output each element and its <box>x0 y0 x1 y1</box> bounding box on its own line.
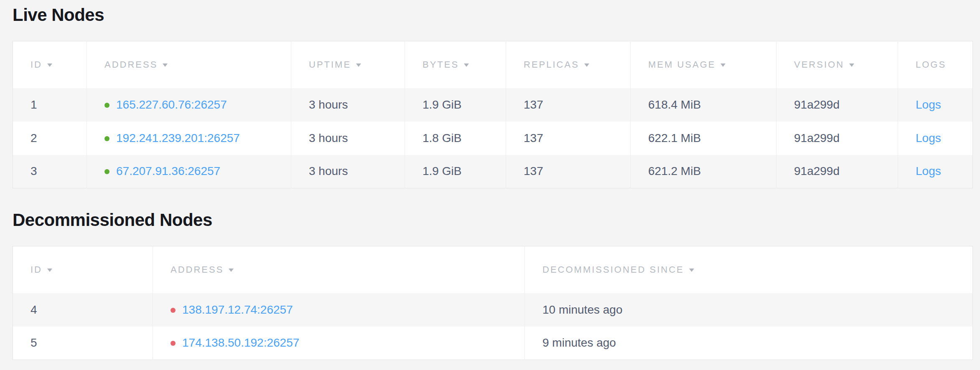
column-header-uptime[interactable]: UPTIME <box>291 41 405 88</box>
node-address-link[interactable]: 165.227.60.76:26257 <box>116 98 227 111</box>
node-list-page: Live Nodes ID ADDRESS UPTIME BYTES REPLI… <box>0 4 980 368</box>
node-logs-cell: Logs <box>898 88 973 122</box>
column-header-id[interactable]: ID <box>13 41 87 88</box>
node-mem-usage-cell: 621.2 MiB <box>631 155 776 188</box>
decommissioned-nodes-heading: Decommissioned Nodes <box>13 209 973 231</box>
node-id-cell: 3 <box>13 155 87 188</box>
sort-caret-icon <box>356 63 361 67</box>
column-header-label: MEM USAGE <box>648 59 715 70</box>
table-row: 5 174.138.50.192:26257 9 minutes ago <box>13 327 973 360</box>
node-logs-link[interactable]: Logs <box>916 98 941 111</box>
column-header-label: VERSION <box>794 59 844 70</box>
node-replicas-cell: 137 <box>506 88 631 122</box>
node-version-cell: 91a299d <box>776 122 898 155</box>
column-header-label: ADDRESS <box>171 264 224 275</box>
column-header-label: LOGS <box>916 59 946 70</box>
sort-caret-icon <box>849 63 854 67</box>
node-decommissioned-since-cell: 9 minutes ago <box>525 327 973 360</box>
table-row: 1 165.227.60.76:26257 3 hours 1.9 GiB 13… <box>13 88 973 122</box>
column-header-mem-usage[interactable]: MEM USAGE <box>631 41 776 88</box>
sort-caret-icon <box>229 269 234 272</box>
decommissioned-status-dot <box>171 308 176 313</box>
sort-caret-icon <box>464 63 469 67</box>
node-address-cell: 174.138.50.192:26257 <box>153 327 525 360</box>
node-uptime-cell: 3 hours <box>291 122 405 155</box>
column-header-label: ADDRESS <box>104 59 158 70</box>
column-header-id[interactable]: ID <box>13 246 153 293</box>
live-status-dot <box>104 169 109 174</box>
column-header-label: UPTIME <box>309 59 351 70</box>
node-logs-cell: Logs <box>898 122 973 155</box>
node-replicas-cell: 137 <box>506 155 631 188</box>
column-header-label: DECOMMISSIONED SINCE <box>542 264 684 275</box>
node-address-cell: 67.207.91.36:26257 <box>87 155 291 188</box>
node-address-cell: 192.241.239.201:26257 <box>87 122 291 155</box>
node-version-cell: 91a299d <box>776 88 898 122</box>
node-mem-usage-cell: 618.4 MiB <box>631 88 776 122</box>
node-version-cell: 91a299d <box>776 155 898 188</box>
decommissioned-status-dot <box>171 341 176 346</box>
sort-caret-icon <box>163 63 168 67</box>
sort-caret-icon <box>689 269 694 272</box>
node-bytes-cell: 1.9 GiB <box>405 155 506 188</box>
node-id-cell: 4 <box>13 293 153 327</box>
column-header-address[interactable]: ADDRESS <box>153 246 525 293</box>
column-header-replicas[interactable]: REPLICAS <box>506 41 631 88</box>
node-id-cell: 2 <box>13 122 87 155</box>
live-nodes-heading: Live Nodes <box>13 4 973 26</box>
table-row: 4 138.197.12.74:26257 10 minutes ago <box>13 293 973 327</box>
column-header-label: ID <box>31 59 42 70</box>
node-uptime-cell: 3 hours <box>291 88 405 122</box>
column-header-address[interactable]: ADDRESS <box>87 41 291 88</box>
node-decommissioned-since-cell: 10 minutes ago <box>525 293 973 327</box>
node-mem-usage-cell: 622.1 MiB <box>631 122 776 155</box>
node-address-link[interactable]: 67.207.91.36:26257 <box>116 165 220 177</box>
node-uptime-cell: 3 hours <box>291 155 405 188</box>
table-row: 2 192.241.239.201:26257 3 hours 1.8 GiB … <box>13 122 973 155</box>
node-id-cell: 5 <box>13 327 153 360</box>
column-header-decommissioned-since[interactable]: DECOMMISSIONED SINCE <box>525 246 973 293</box>
node-bytes-cell: 1.9 GiB <box>405 88 506 122</box>
sort-caret-icon <box>47 269 52 272</box>
node-bytes-cell: 1.8 GiB <box>405 122 506 155</box>
node-address-link[interactable]: 174.138.50.192:26257 <box>182 336 299 349</box>
column-header-logs: LOGS <box>898 41 973 88</box>
node-replicas-cell: 137 <box>506 122 631 155</box>
node-address-cell: 138.197.12.74:26257 <box>153 293 525 327</box>
live-status-dot <box>104 103 109 108</box>
decommissioned-nodes-header-row: ID ADDRESS DECOMMISSIONED SINCE <box>13 246 973 293</box>
column-header-bytes[interactable]: BYTES <box>405 41 506 88</box>
table-row: 3 67.207.91.36:26257 3 hours 1.9 GiB 137… <box>13 155 973 188</box>
column-header-version[interactable]: VERSION <box>776 41 898 88</box>
sort-caret-icon <box>47 63 52 67</box>
node-logs-cell: Logs <box>898 155 973 188</box>
node-logs-link[interactable]: Logs <box>916 165 941 177</box>
sort-caret-icon <box>584 63 589 67</box>
column-header-label: REPLICAS <box>524 59 579 70</box>
decommissioned-nodes-table: ID ADDRESS DECOMMISSIONED SINCE 4 138.19… <box>13 246 973 360</box>
column-header-label: BYTES <box>423 59 459 70</box>
live-status-dot <box>104 136 109 141</box>
live-nodes-header-row: ID ADDRESS UPTIME BYTES REPLICAS MEM USA… <box>13 41 973 88</box>
node-address-link[interactable]: 192.241.239.201:26257 <box>116 132 240 144</box>
node-logs-link[interactable]: Logs <box>916 132 941 144</box>
node-id-cell: 1 <box>13 88 87 122</box>
node-address-cell: 165.227.60.76:26257 <box>87 88 291 122</box>
column-header-label: ID <box>31 264 42 275</box>
live-nodes-table: ID ADDRESS UPTIME BYTES REPLICAS MEM USA… <box>13 41 973 188</box>
sort-caret-icon <box>720 63 725 67</box>
node-address-link[interactable]: 138.197.12.74:26257 <box>182 303 293 316</box>
